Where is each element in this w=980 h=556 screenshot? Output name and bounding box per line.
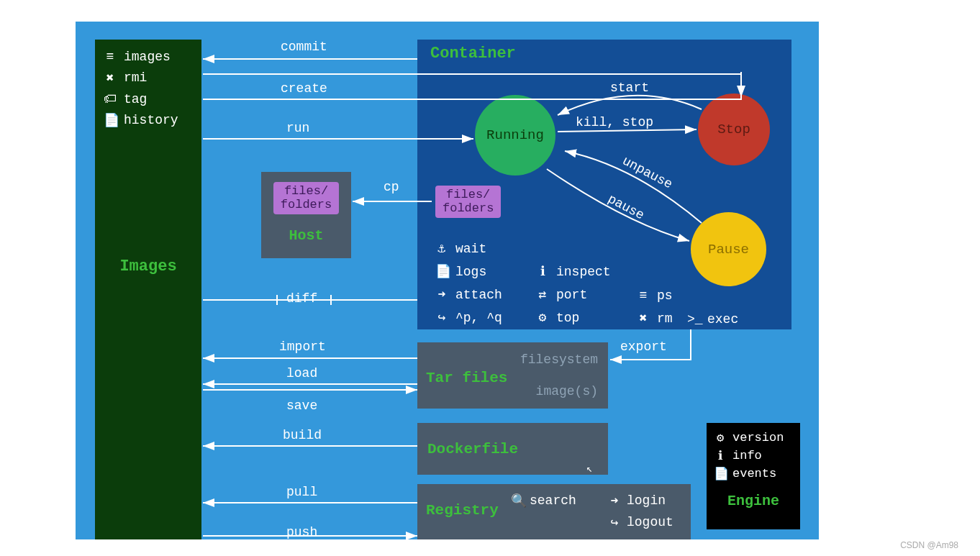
x-icon: ✖ xyxy=(104,70,117,86)
state-running: Running xyxy=(475,95,555,176)
registry-logout: logout xyxy=(627,515,673,529)
registry-panel-title: Registry xyxy=(426,502,499,519)
cmd-label: inspect xyxy=(556,260,611,283)
state-pause: Pause xyxy=(691,212,766,286)
gear-icon: ⚙ xyxy=(536,306,549,329)
info-icon: ℹ xyxy=(714,448,727,463)
edge-create: create xyxy=(281,81,327,96)
cmd-label: logs xyxy=(455,260,486,283)
images-panel: ≡ images ✖ rmi 🏷 tag 📄 history Images xyxy=(95,40,201,539)
anchor-icon: ⚓ xyxy=(435,237,448,260)
terminal-icon: >_ xyxy=(687,308,700,331)
edge-start: start xyxy=(610,81,649,95)
engine-version: version xyxy=(732,431,784,445)
engine-panel: ⚙version ℹinfo 📄events Engine xyxy=(707,423,800,529)
logout-icon: ↪ xyxy=(608,514,621,530)
watermark: CSDN @Am98 xyxy=(900,540,958,550)
container-cmds-col2: ℹinspect ⇄port ⚙top xyxy=(536,260,611,329)
registry-panel: Registry 🔍 search ➜ login ↪ logout xyxy=(417,484,691,539)
container-cmds-col4: >_exec xyxy=(687,308,738,331)
container-cmds-col1: ⚓wait 📄logs ➜attach ↪^p, ^q xyxy=(435,237,502,329)
registry-search: search xyxy=(530,493,576,508)
arrow-right-icon: ➜ xyxy=(435,283,448,306)
cmd-label: ps xyxy=(657,284,673,307)
edge-push: push xyxy=(286,525,317,539)
cmd-label: ^p, ^q xyxy=(455,306,502,329)
cmd-label: rmi xyxy=(124,70,147,85)
cmd-label: attach xyxy=(455,283,502,306)
tar-images: image(s) xyxy=(536,384,598,398)
dockerfile-panel: Dockerfile xyxy=(417,423,608,475)
file-icon: 📄 xyxy=(104,112,117,128)
images-cmd-tag: 🏷 tag xyxy=(104,91,193,106)
engine-info: info xyxy=(732,449,762,462)
tag-icon: 🏷 xyxy=(104,91,117,106)
cmd-label: wait xyxy=(455,237,486,260)
container-files-folders: files/ folders xyxy=(435,186,501,218)
gear-icon: ⚙ xyxy=(714,430,727,445)
tar-filesystem: filesystem xyxy=(520,352,598,367)
arrow-out-icon: ↪ xyxy=(435,306,448,329)
images-panel-title: Images xyxy=(104,258,193,275)
state-stop: Stop xyxy=(698,94,770,165)
edge-import: import xyxy=(279,339,326,354)
info-icon: ℹ xyxy=(536,260,549,283)
file-icon: 📄 xyxy=(714,466,727,481)
edge-save: save xyxy=(286,398,317,413)
edge-kill-stop: kill, stop xyxy=(576,115,653,129)
cmd-label: port xyxy=(556,283,587,306)
cmd-label: tag xyxy=(124,92,147,106)
edge-build: build xyxy=(283,428,322,442)
edge-diff: diff xyxy=(286,291,317,306)
tar-panel: Tar files filesystem image(s) xyxy=(417,342,608,409)
cursor-icon: ↖ xyxy=(586,462,592,475)
cmd-label: exec xyxy=(707,308,738,331)
images-cmd-images: ≡ images xyxy=(104,50,193,64)
tar-panel-title: Tar files xyxy=(426,370,507,386)
edge-export: export xyxy=(620,339,667,354)
container-cmds-col3: ≡ps ✖rm xyxy=(637,284,673,330)
engine-panel-title: Engine xyxy=(714,493,793,509)
cmd-label: top xyxy=(556,306,579,329)
host-files-folders: files/ folders xyxy=(273,182,339,214)
list-icon: ≡ xyxy=(637,284,650,307)
edge-commit: commit xyxy=(281,40,327,54)
cmd-label: images xyxy=(124,50,171,64)
edge-load: load xyxy=(286,366,317,380)
host-panel: files/ folders Host xyxy=(261,172,351,258)
container-panel-title: Container xyxy=(430,45,516,63)
host-panel-title: Host xyxy=(289,227,323,244)
registry-login: login xyxy=(627,493,666,508)
images-cmd-history: 📄 history xyxy=(104,112,193,128)
cmd-label: rm xyxy=(657,307,673,330)
search-icon: 🔍 xyxy=(511,493,524,509)
edge-run: run xyxy=(286,121,309,135)
dockerfile-panel-title: Dockerfile xyxy=(427,441,518,457)
edge-pull: pull xyxy=(286,485,317,499)
x-icon: ✖ xyxy=(637,307,650,330)
login-icon: ➜ xyxy=(608,493,621,509)
list-icon: ≡ xyxy=(104,50,117,64)
file-icon: 📄 xyxy=(435,260,448,283)
images-cmd-rmi: ✖ rmi xyxy=(104,70,193,86)
engine-events: events xyxy=(732,467,776,480)
cmd-label: history xyxy=(124,113,178,127)
exchange-icon: ⇄ xyxy=(536,283,549,306)
edge-cp: cp xyxy=(384,180,399,194)
